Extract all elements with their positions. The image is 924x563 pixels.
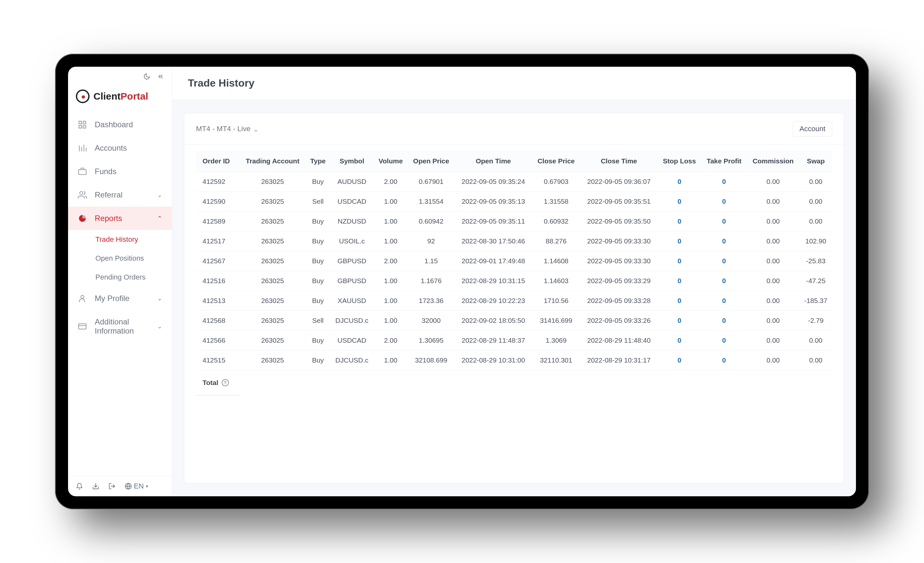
column-close-price[interactable]: Close Price <box>532 151 580 172</box>
account-button[interactable]: Account <box>793 121 832 137</box>
cell: 0 <box>658 231 701 251</box>
cell: 412566 <box>196 331 239 350</box>
cell: 1.15 <box>408 251 455 271</box>
sidebar-item-label: Additional Information <box>95 317 150 335</box>
logout-icon[interactable] <box>108 483 116 490</box>
cell: 2022-09-05 09:33:26 <box>580 311 657 331</box>
sidebar-subitem-pending-orders[interactable]: Pending Orders <box>95 268 172 287</box>
cell: Buy <box>306 231 330 251</box>
cell: 0.00 <box>747 172 799 192</box>
svg-point-10 <box>81 295 84 298</box>
table-row[interactable]: 412592263025BuyAUDUSD2.000.679012022-09-… <box>196 172 832 192</box>
content-card: MT4 - MT4 - Live Account Order IDTrading… <box>184 113 844 483</box>
account-type-selector[interactable]: MT4 - MT4 - Live <box>196 125 258 133</box>
cell: 412592 <box>196 172 239 192</box>
cell: 0 <box>701 251 747 271</box>
cell: 2022-09-05 09:35:51 <box>580 192 657 211</box>
cell: 0 <box>701 271 747 291</box>
cell: 263025 <box>239 172 306 192</box>
table-row[interactable]: 412589263025BuyNZDUSD1.000.609422022-09-… <box>196 211 832 231</box>
cell: USOIL.c <box>330 231 374 251</box>
total-label: Total <box>202 379 219 386</box>
column-type[interactable]: Type <box>306 151 330 172</box>
column-stop-loss[interactable]: Stop Loss <box>658 151 701 172</box>
cell: 0 <box>658 271 701 291</box>
help-icon[interactable]: ? <box>222 379 229 386</box>
sidebar-item-referral[interactable]: Referral⌄ <box>68 183 172 207</box>
cell: 1.00 <box>374 211 408 231</box>
download-icon[interactable] <box>92 483 99 490</box>
column-close-time[interactable]: Close Time <box>580 151 657 172</box>
chevron-down-icon <box>254 127 258 131</box>
cell: 0.00 <box>747 271 799 291</box>
cell: 412513 <box>196 291 239 311</box>
cell: 2022-08-29 10:22:23 <box>455 291 532 311</box>
main-area: Trade History MT4 - MT4 - Live Account O… <box>172 67 856 496</box>
moon-icon[interactable] <box>143 73 150 80</box>
table-row[interactable]: 412517263025BuyUSOIL.c1.00922022-08-30 1… <box>196 231 832 251</box>
sidebar-subitem-trade-history[interactable]: Trade History <box>95 230 172 249</box>
cell: 412568 <box>196 311 239 331</box>
cell: 0 <box>701 211 747 231</box>
cell: Buy <box>306 172 330 192</box>
table-row[interactable]: 412515263025BuyDJCUSD.c1.0032108.6992022… <box>196 350 832 370</box>
cell: 1.14608 <box>532 251 580 271</box>
sidebar-bottom-bar: EN ▾ <box>68 476 172 496</box>
sidebar-item-reports[interactable]: Reports⌃ <box>68 207 172 230</box>
collapse-sidebar-icon[interactable] <box>157 73 164 80</box>
table-row[interactable]: 412516263025BuyGBPUSD1.001.16762022-08-2… <box>196 271 832 291</box>
column-open-price[interactable]: Open Price <box>408 151 455 172</box>
bell-icon[interactable] <box>76 483 83 490</box>
column-open-time[interactable]: Open Time <box>455 151 532 172</box>
table-row[interactable]: 412567263025BuyGBPUSD2.001.152022-09-01 … <box>196 251 832 271</box>
nav-icon <box>78 214 87 223</box>
cell: 412517 <box>196 231 239 251</box>
table-row[interactable]: 412566263025BuyUSDCAD2.001.306952022-08-… <box>196 331 832 350</box>
sidebar-subitem-open-positions[interactable]: Open Positions <box>95 249 172 268</box>
column-commission[interactable]: Commission <box>747 151 799 172</box>
column-take-profit[interactable]: Take Profit <box>701 151 747 172</box>
cell: 1.00 <box>374 311 408 331</box>
sidebar-item-dashboard[interactable]: Dashboard <box>68 113 172 136</box>
nav-icon <box>78 294 87 303</box>
sidebar-item-accounts[interactable]: Accounts <box>68 136 172 160</box>
cell: 0.00 <box>747 291 799 311</box>
cell: 263025 <box>239 311 306 331</box>
cell: 0 <box>658 291 701 311</box>
chevron-down-icon: ⌄ <box>157 295 162 302</box>
cell: 1.31554 <box>408 192 455 211</box>
column-swap[interactable]: Swap <box>799 151 832 172</box>
column-trading-account[interactable]: Trading Account <box>239 151 306 172</box>
cell: Sell <box>306 311 330 331</box>
brand-logo[interactable]: ClientPortal <box>68 86 172 113</box>
table-row[interactable]: 412590263025SellUSDCAD1.001.315542022-09… <box>196 192 832 211</box>
column-volume[interactable]: Volume <box>374 151 408 172</box>
cell: 0 <box>658 172 701 192</box>
cell: 1.1676 <box>408 271 455 291</box>
table-row[interactable]: 412568263025SellDJCUSD.c1.00320002022-09… <box>196 311 832 331</box>
page-title: Trade History <box>172 67 856 100</box>
cell: 263025 <box>239 350 306 370</box>
cell: Buy <box>306 271 330 291</box>
device-frame: ClientPortal DashboardAccountsFundsRefer… <box>55 54 869 509</box>
column-symbol[interactable]: Symbol <box>330 151 374 172</box>
nav-icon <box>78 167 87 176</box>
column-order-id[interactable]: Order ID <box>196 151 239 172</box>
cell: 2022-08-29 10:31:00 <box>455 350 532 370</box>
sidebar-item-label: Referral <box>95 190 150 199</box>
svg-rect-8 <box>78 169 86 174</box>
cell: 0.00 <box>747 251 799 271</box>
chevron-down-icon: ⌄ <box>157 323 162 330</box>
sidebar-item-funds[interactable]: Funds <box>68 160 172 183</box>
cell: 1.00 <box>374 192 408 211</box>
cell: 2022-08-29 11:48:37 <box>455 331 532 350</box>
language-selector[interactable]: EN ▾ <box>125 482 148 490</box>
table-row[interactable]: 412513263025BuyXAUUSD1.001723.362022-08-… <box>196 291 832 311</box>
sidebar-item-my-profile[interactable]: My Profile⌄ <box>68 287 172 310</box>
cell: 263025 <box>239 231 306 251</box>
table-container: Order IDTrading AccountTypeSymbolVolumeO… <box>184 145 844 483</box>
nav-icon <box>78 144 87 153</box>
table-total-row: Total? <box>196 370 832 396</box>
cell: 0 <box>701 291 747 311</box>
sidebar-item-additional-information[interactable]: Additional Information⌄ <box>68 310 172 343</box>
